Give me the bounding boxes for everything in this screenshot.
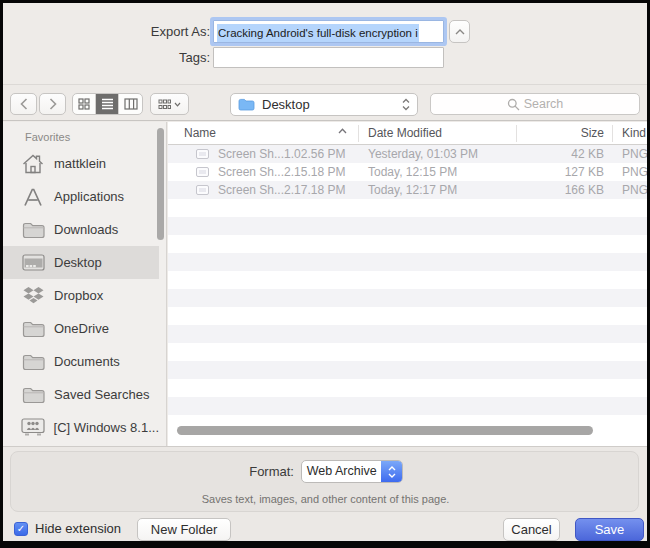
forward-button[interactable] <box>39 93 66 115</box>
sidebar-item-label: Saved Searches <box>54 387 149 402</box>
column-view-button[interactable] <box>119 94 142 114</box>
file-list: Name Date Modified Size Kind Screen Sh..… <box>168 122 647 446</box>
column-view-icon <box>124 98 138 110</box>
sidebar-item-label: OneDrive <box>54 321 109 336</box>
chevron-right-icon <box>49 98 57 110</box>
sidebar-item-windows-disk[interactable]: [C] Windows 8.1... <box>3 411 159 444</box>
column-header-size[interactable]: Size <box>524 122 604 145</box>
sidebar-item-label: Dropbox <box>54 288 103 303</box>
column-separator[interactable] <box>358 125 359 142</box>
save-button[interactable]: Save <box>575 518 644 541</box>
sidebar-item-label: Downloads <box>54 222 118 237</box>
popup-stepper-icon <box>381 461 402 482</box>
file-size: 166 KB <box>524 181 604 199</box>
browser-area: Favorites mattklein Applications <box>3 122 647 446</box>
arrange-menu-button[interactable] <box>150 93 189 115</box>
sidebar-item-applications[interactable]: Applications <box>3 180 159 213</box>
back-button[interactable] <box>10 93 37 115</box>
file-row[interactable]: Screen Sh...2.17.18 PM Today, 12:17 PM 1… <box>168 181 647 199</box>
chevron-left-icon <box>20 98 28 110</box>
sidebar-item-documents[interactable]: Documents <box>3 345 159 378</box>
dropbox-icon <box>20 285 46 307</box>
search-placeholder: Search <box>524 97 564 111</box>
export-save-dialog: Export As: Cracking Android's full-disk … <box>3 3 647 541</box>
sidebar-item-desktop[interactable]: Desktop <box>3 246 159 279</box>
file-size: 42 KB <box>524 145 604 163</box>
column-header-date-modified[interactable]: Date Modified <box>368 122 442 145</box>
search-input[interactable]: Search <box>430 93 640 115</box>
file-date-modified: Yesterday, 01:03 PM <box>368 145 478 163</box>
group-grid-icon <box>158 99 171 110</box>
new-folder-button[interactable]: New Folder <box>137 518 231 541</box>
filename-section: Export As: Cracking Android's full-disk … <box>3 3 647 85</box>
folder-icon <box>20 219 46 241</box>
file-date-modified: Today, 12:17 PM <box>368 181 457 199</box>
sidebar-item-saved-searches[interactable]: Saved Searches <box>3 378 159 411</box>
folder-icon <box>20 318 46 340</box>
icon-view-button[interactable] <box>73 94 96 114</box>
file-size: 127 KB <box>524 163 604 181</box>
file-row[interactable]: Screen Sh...2.15.18 PM Today, 12:15 PM 1… <box>168 163 647 181</box>
column-header-name[interactable]: Name <box>184 122 216 145</box>
sidebar-item-label: Desktop <box>54 255 102 270</box>
hide-extension-label: Hide extension <box>35 521 121 536</box>
favorites-header: Favorites <box>25 131 70 143</box>
format-popup-value: Web Archive <box>302 461 381 482</box>
sidebar-scrollbar[interactable] <box>157 128 164 240</box>
navigation-toolbar: Desktop Search <box>3 86 647 121</box>
checkbox-checked-icon: ✓ <box>14 522 28 536</box>
hide-extension-checkbox[interactable]: ✓ Hide extension <box>14 521 121 536</box>
format-panel: Format: Web Archive Saves text, images, … <box>10 451 639 512</box>
file-name: Screen Sh...1.02.56 PM <box>218 145 345 163</box>
sidebar-item-dropbox[interactable]: Dropbox <box>3 279 159 312</box>
export-as-label: Export As: <box>3 20 210 43</box>
sidebar-item-label: mattklein <box>54 156 106 171</box>
png-thumbnail-icon <box>196 167 209 177</box>
column-separator[interactable] <box>516 125 517 142</box>
file-name: Screen Sh...2.17.18 PM <box>218 181 345 199</box>
sidebar-item-onedrive[interactable]: OneDrive <box>3 312 159 345</box>
file-date-modified: Today, 12:15 PM <box>368 163 457 181</box>
column-header-kind[interactable]: Kind <box>622 122 646 145</box>
tags-label: Tags: <box>3 47 210 68</box>
file-kind: PNG i <box>622 181 647 199</box>
icon-view-grid-icon <box>78 98 90 110</box>
list-view-button[interactable] <box>96 94 119 114</box>
list-view-icon <box>101 98 114 110</box>
home-icon <box>20 153 46 175</box>
horizontal-scrollbar[interactable] <box>177 426 593 435</box>
sidebar-item-mattklein[interactable]: mattklein <box>3 147 159 180</box>
collapse-sheet-button[interactable] <box>449 20 470 43</box>
folder-blue-icon <box>238 98 255 111</box>
disk-icon <box>20 417 46 439</box>
png-thumbnail-icon <box>196 149 209 159</box>
tags-input[interactable] <box>213 47 444 68</box>
cancel-button[interactable]: Cancel <box>503 518 560 541</box>
folder-icon <box>20 351 46 373</box>
format-label: Format: <box>11 460 294 483</box>
sidebar-item-label: Applications <box>54 189 124 204</box>
file-row[interactable]: Screen Sh...1.02.56 PM Yesterday, 01:03 … <box>168 145 647 163</box>
file-rows-area: Screen Sh...1.02.56 PM Yesterday, 01:03 … <box>168 145 647 422</box>
format-caption: Saves text, images, and other content of… <box>11 493 640 505</box>
sidebar-item-downloads[interactable]: Downloads <box>3 213 159 246</box>
folder-icon <box>20 384 46 406</box>
file-list-header: Name Date Modified Size Kind <box>168 122 647 145</box>
chevron-up-icon <box>455 29 465 35</box>
png-thumbnail-icon <box>196 185 209 195</box>
dialog-footer: Format: Web Archive Saves text, images, … <box>3 446 647 541</box>
sort-ascending-icon <box>338 128 347 134</box>
view-mode-segmented-control <box>72 93 143 115</box>
selected-filename-text: Cracking Android's full-disk encryption … <box>217 24 419 42</box>
up-down-chevrons-icon <box>402 98 410 111</box>
sidebar-item-label: Documents <box>54 354 120 369</box>
applications-icon <box>20 186 46 208</box>
file-kind: PNG i <box>622 163 647 181</box>
screenshot-frame: Export As: Cracking Android's full-disk … <box>0 0 650 548</box>
location-popup-value: Desktop <box>262 97 402 112</box>
export-as-input[interactable]: Cracking Android's full-disk encryption … <box>213 20 444 43</box>
column-separator[interactable] <box>612 125 613 142</box>
format-popup[interactable]: Web Archive <box>301 460 403 483</box>
location-popup[interactable]: Desktop <box>230 93 418 116</box>
file-name: Screen Sh...2.15.18 PM <box>218 163 345 181</box>
